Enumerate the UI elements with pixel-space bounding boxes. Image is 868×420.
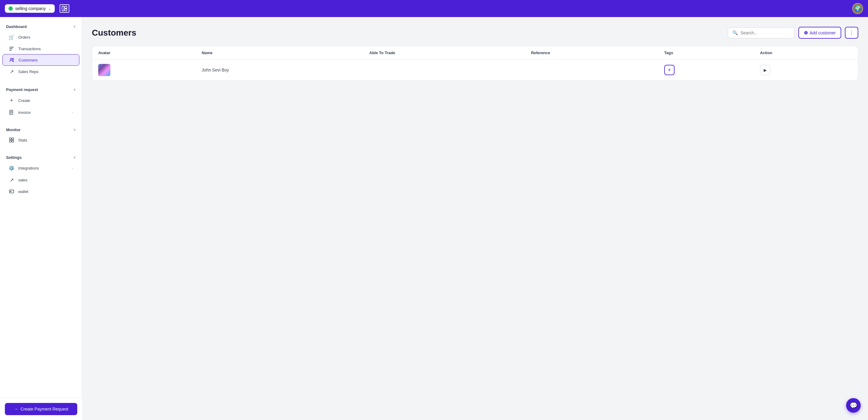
sidebar-item-label: wallet (18, 189, 28, 194)
add-customer-button[interactable]: ⊕ Add customer (798, 27, 841, 39)
chevron-down-icon: ∨ (73, 25, 76, 29)
sidebar-item-label: sales (18, 178, 27, 182)
plus-icon: + (8, 97, 14, 104)
svg-rect-15 (12, 140, 14, 142)
svg-rect-18 (10, 191, 11, 192)
avatar-image (98, 64, 111, 76)
customer-avatar (98, 64, 111, 76)
arrow-right-icon: → (14, 407, 18, 412)
sidebar-item-integrations[interactable]: ⚙️ Integrations › (2, 162, 80, 174)
sidebar-bottom: → Create Payment Request (0, 398, 82, 420)
sidebar-section-label-payment: Payment request (6, 87, 38, 92)
table-body: John Sevi Boy + ▶ (92, 60, 858, 81)
topbar-left: selling company ⌄ (5, 4, 69, 13)
sidebar: Dashboard ∨ 🛒 Orders Transactions (0, 17, 82, 420)
svg-rect-12 (9, 138, 11, 140)
page-title: Customers (92, 28, 136, 38)
sidebar-item-sales-reps[interactable]: ↗ Sales Reps (2, 66, 80, 78)
company-name: selling company (15, 6, 45, 11)
sidebar-item-create[interactable]: + Create (2, 94, 80, 107)
page-header: Customers 🔍 ⊕ Add customer ⋮ (92, 27, 858, 39)
search-icon: 🔍 (732, 30, 738, 36)
action-play-button[interactable]: ▶ (760, 65, 770, 75)
create-payment-button[interactable]: → Create Payment Request (5, 403, 77, 415)
app-body: Dashboard ∨ 🛒 Orders Transactions (0, 17, 868, 420)
sidebar-item-customers[interactable]: Customers (2, 54, 80, 66)
col-avatar: Avatar (92, 46, 195, 60)
svg-rect-17 (9, 190, 14, 191)
sales-icon: ↗ (8, 177, 14, 183)
svg-point-7 (12, 58, 14, 60)
customers-table-container: Avatar Name Able To Trade Reference Tags… (92, 46, 858, 81)
sidebar-item-wallet[interactable]: wallet (2, 186, 80, 197)
invoice-icon (8, 110, 14, 115)
sidebar-section-monitor: Monitor ∨ Stats (0, 120, 82, 148)
play-icon: ▶ (764, 68, 767, 72)
sidebar-item-label: invoice (18, 110, 30, 115)
main-content: Customers 🔍 ⊕ Add customer ⋮ A (82, 17, 868, 420)
cell-reference (525, 60, 658, 81)
svg-rect-3 (9, 47, 14, 48)
sidebar-section-header-settings[interactable]: Settings ∨ (0, 153, 82, 162)
chevron-right-icon: › (72, 111, 73, 114)
user-avatar[interactable]: 🌍 (852, 3, 863, 14)
col-name: Name (195, 46, 363, 60)
header-actions: 🔍 ⊕ Add customer ⋮ (728, 27, 858, 39)
svg-rect-5 (9, 50, 11, 51)
col-reference: Reference (525, 46, 658, 60)
sidebar-item-label: Customers (19, 58, 38, 62)
sidebar-item-stats[interactable]: Stats (2, 134, 80, 146)
svg-rect-2 (65, 9, 67, 11)
layout-toggle-icon[interactable] (60, 4, 69, 13)
sidebar-section-header-payment[interactable]: Payment request ∨ (0, 85, 82, 94)
chat-bubble-button[interactable]: 💬 (846, 398, 861, 413)
sidebar-item-invoice[interactable]: invoice › (2, 107, 80, 118)
sidebar-section-header-monitor[interactable]: Monitor ∨ (0, 125, 82, 134)
svg-rect-4 (9, 49, 12, 49)
sidebar-section-dashboard: Dashboard ∨ 🛒 Orders Transactions (0, 17, 82, 80)
cart-icon: 🛒 (8, 34, 14, 40)
svg-rect-10 (10, 112, 12, 113)
sidebar-item-transactions[interactable]: Transactions (2, 43, 80, 54)
search-input[interactable] (741, 30, 790, 35)
more-options-button[interactable]: ⋮ (845, 27, 858, 39)
create-payment-label: Create Payment Request (20, 407, 68, 412)
svg-rect-13 (12, 138, 14, 140)
sidebar-section-label-settings: Settings (6, 155, 22, 160)
chevron-down-icon: ∨ (73, 155, 76, 159)
col-tags: Tags (658, 46, 754, 60)
cell-avatar (92, 60, 195, 81)
search-box[interactable]: 🔍 (728, 27, 795, 38)
topbar: selling company ⌄ 🌍 (0, 0, 868, 17)
cell-name: John Sevi Boy (195, 60, 363, 81)
plus-circle-icon: ⊕ (804, 30, 808, 36)
cell-action: ▶ (754, 60, 858, 81)
plus-icon: + (668, 67, 671, 73)
sidebar-section-header-dashboard[interactable]: Dashboard ∨ (0, 22, 82, 31)
wallet-icon (8, 189, 14, 194)
customers-icon (9, 58, 15, 62)
customers-table: Avatar Name Able To Trade Reference Tags… (92, 46, 858, 80)
cell-tags: + (658, 60, 754, 81)
sidebar-section-payment-request: Payment request ∨ + Create invoice › (0, 80, 82, 120)
chevron-down-icon: ⌄ (48, 6, 51, 11)
sidebar-item-orders[interactable]: 🛒 Orders (2, 31, 80, 43)
col-action: Action (754, 46, 858, 60)
sales-reps-icon: ↗ (8, 69, 14, 74)
col-able-to-trade: Able To Trade (363, 46, 525, 60)
sidebar-item-label: Orders (18, 35, 30, 39)
add-tag-button[interactable]: + (664, 65, 675, 75)
chevron-right-icon: › (72, 167, 73, 170)
svg-rect-11 (10, 113, 11, 114)
gear-icon: ⚙️ (8, 165, 14, 171)
sidebar-item-label: Transactions (18, 47, 41, 51)
cell-able-to-trade (363, 60, 525, 81)
svg-rect-14 (9, 140, 11, 142)
sidebar-item-sales[interactable]: ↗ sales (2, 174, 80, 186)
avatar-icon: 🌍 (854, 5, 861, 12)
sidebar-item-label: Stats (18, 138, 27, 143)
company-selector[interactable]: selling company ⌄ (5, 4, 55, 13)
transactions-icon (8, 46, 14, 51)
svg-rect-9 (10, 111, 12, 112)
add-customer-label: Add customer (810, 30, 836, 35)
